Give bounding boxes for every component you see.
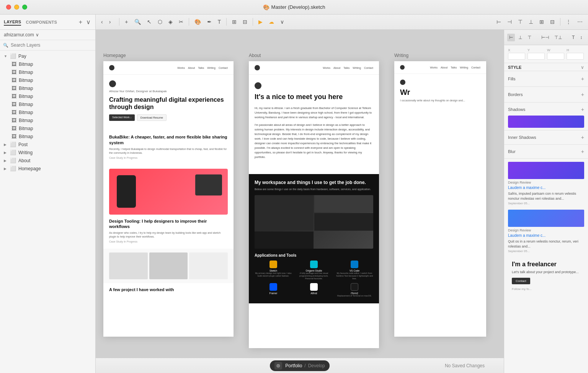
layer-item-bitmap-3[interactable]: 🖼 Bitmap	[0, 76, 95, 84]
distribute-h-tb-btn[interactable]: ⊢⊣	[539, 34, 551, 41]
wr-nav-links: Works About Talks Writing Contact	[430, 66, 480, 69]
zoom-button[interactable]: 🔍	[132, 18, 143, 26]
layer-item-bitmap-2[interactable]: 🖼 Bitmap	[0, 68, 95, 76]
align-right-tb-btn[interactable]: ⊤	[526, 34, 533, 41]
layer-label: Homepage	[18, 166, 91, 171]
nav-forward-button[interactable]: ›	[107, 18, 113, 26]
layer-group-homepage[interactable]: ▶ ⬜ Homepage	[0, 165, 95, 173]
fills-label: Fills	[508, 77, 516, 81]
layer-group-pay[interactable]: ▼ ⬜ Pay	[0, 52, 95, 60]
add-layer-button[interactable]: +	[78, 19, 83, 26]
bitmap-icon: 🖼	[11, 117, 16, 123]
layer-item-bitmap-8[interactable]: 🖼 Bitmap	[0, 116, 95, 124]
tab-layers[interactable]: LAYERS	[4, 19, 21, 26]
shadow-color-swatch	[508, 116, 584, 128]
grid2-button[interactable]: ⊟	[240, 18, 250, 26]
cloud-button[interactable]: ☁	[266, 18, 276, 26]
text-button[interactable]: T	[216, 18, 224, 26]
more-button[interactable]: ∨	[278, 18, 286, 26]
fullscreen-btn[interactable]	[22, 5, 27, 10]
layer-item-bitmap-5[interactable]: 🖼 Bitmap	[0, 92, 95, 100]
group-button[interactable]: ⬡	[155, 18, 165, 26]
grid1-button[interactable]: ⊞	[230, 18, 239, 26]
titlebar: 🎨 Master (Develop).sketch	[0, 0, 588, 15]
layer-item-bitmap-7[interactable]: 🖼 Bitmap	[0, 108, 95, 116]
align-right-button[interactable]: ⊤	[516, 18, 525, 26]
transform-tb-btn[interactable]: ↕	[578, 34, 584, 41]
layer-item-bitmap-1[interactable]: 🖼 Bitmap	[0, 60, 95, 68]
nav-back-button[interactable]: ‹	[99, 18, 105, 26]
close-btn[interactable]	[6, 5, 11, 10]
rp-article-tag-2: Design Review	[508, 228, 584, 232]
x-input[interactable]	[508, 53, 525, 60]
tab-components[interactable]: COMPONENTS	[26, 19, 57, 25]
w-field: W	[547, 48, 564, 60]
align-bottom-button[interactable]: ⊟	[548, 18, 557, 26]
component-button[interactable]: ◈	[166, 18, 175, 26]
insert-button[interactable]: +	[122, 18, 130, 26]
ab-app-name-origami: Origami Studio	[295, 269, 333, 272]
layer-group-about[interactable]: ▶ ⬜ About	[0, 156, 95, 165]
play-button[interactable]: ▶	[256, 18, 265, 26]
hp-selected-work-btn[interactable]: Selected Work ↓	[109, 114, 135, 121]
layer-item-bitmap-4[interactable]: 🖼 Bitmap	[0, 84, 95, 92]
align-left-tb-btn[interactable]: ⊢	[507, 34, 515, 41]
y-input[interactable]	[528, 53, 545, 60]
inner-shadows-label: Inner Shadows	[508, 135, 536, 140]
align-center-h-button[interactable]: ⊣	[505, 18, 514, 26]
text-align-tb-btn[interactable]: T	[570, 34, 577, 41]
align-top-button[interactable]: ⊥	[526, 18, 536, 26]
add-border-button[interactable]: +	[581, 91, 584, 98]
expand-icon: ▶	[4, 143, 8, 147]
add-fill-button[interactable]: +	[581, 76, 584, 82]
chevron-down-icon: ∨	[36, 32, 39, 37]
add-shadow-button[interactable]: +	[581, 106, 584, 112]
layer-label: Post	[18, 142, 91, 147]
ab-hero: It's a nice to meet you here Hi, my name…	[249, 75, 379, 170]
h-input[interactable]	[567, 53, 584, 60]
layer-group-post[interactable]: ▶ ⬜ Post	[0, 140, 95, 148]
workspace-selector[interactable]: afnizarnur.com ∨	[0, 30, 95, 40]
search-input[interactable]	[11, 42, 92, 48]
path-branch[interactable]: Develop	[308, 363, 325, 368]
w-input[interactable]	[547, 53, 564, 60]
slice-button[interactable]: ✂	[176, 18, 186, 26]
add-inner-shadow-button[interactable]: +	[581, 134, 584, 140]
hp-avatar	[109, 80, 116, 87]
layer-group-writing[interactable]: ▶ ⬜ Writing	[0, 148, 95, 156]
layer-label: Bitmap	[19, 134, 91, 139]
distribute-h-button[interactable]: ⋮	[564, 18, 573, 26]
ab-headline: It's a nice to meet you here	[255, 93, 373, 101]
layer-label: About	[18, 158, 91, 163]
rp-inner-shadows-section: Inner Shadows +	[504, 130, 588, 145]
hp-project-section: A few project I have worked with	[103, 283, 234, 300]
add-blur-button[interactable]: +	[581, 148, 584, 155]
path-main[interactable]: Portfolio	[285, 363, 302, 368]
layer-item-bitmap-9[interactable]: 🖼 Bitmap	[0, 124, 95, 132]
hp-logo-area	[109, 65, 116, 70]
rp-article-2: Design Review Laudem a maxime c... Quit …	[508, 210, 584, 253]
rp-shadows-row: Shadows +	[508, 105, 584, 114]
select-button[interactable]: ↖	[145, 18, 154, 26]
hp-headline: Crafting meaningful digital experiences …	[109, 96, 228, 111]
fill-button[interactable]: 🎨	[192, 18, 203, 26]
style-chevron-btn[interactable]: ∨	[581, 65, 584, 70]
h-label: H	[567, 48, 584, 52]
forward-tb-btn[interactable]: →	[586, 34, 588, 41]
toolbar: ‹ › + 🔍 ↖ ⬡ ◈ ✂ 🎨 ✒ T ⊞ ⊟ ▶ ☁ ∨	[96, 15, 588, 30]
rp-contact-button[interactable]: Contact	[512, 278, 530, 284]
align-center-tb-btn[interactable]: ⊥	[516, 34, 524, 41]
layer-item-bitmap-6[interactable]: 🖼 Bitmap	[0, 100, 95, 108]
separator	[253, 18, 253, 26]
distribute-v-button[interactable]: ⋯	[575, 18, 585, 26]
collapse-button[interactable]: ∨	[85, 18, 91, 26]
distribute-v-tb-btn[interactable]: ⊤⊥	[552, 34, 564, 41]
hp-resume-btn[interactable]: Download Resume	[137, 114, 167, 121]
layer-item-bitmap-10[interactable]: 🖼 Bitmap	[0, 132, 95, 140]
minimize-btn[interactable]	[14, 5, 19, 10]
rp-article-date-1: September 05...	[508, 202, 584, 205]
hp-hero: Afnizar Nur Ghifari, Designer at Bukalap…	[103, 75, 234, 134]
align-left-button[interactable]: ⊢	[494, 18, 503, 26]
pen-button[interactable]: ✒	[205, 18, 214, 26]
align-center-v-button[interactable]: ⊞	[537, 18, 546, 26]
